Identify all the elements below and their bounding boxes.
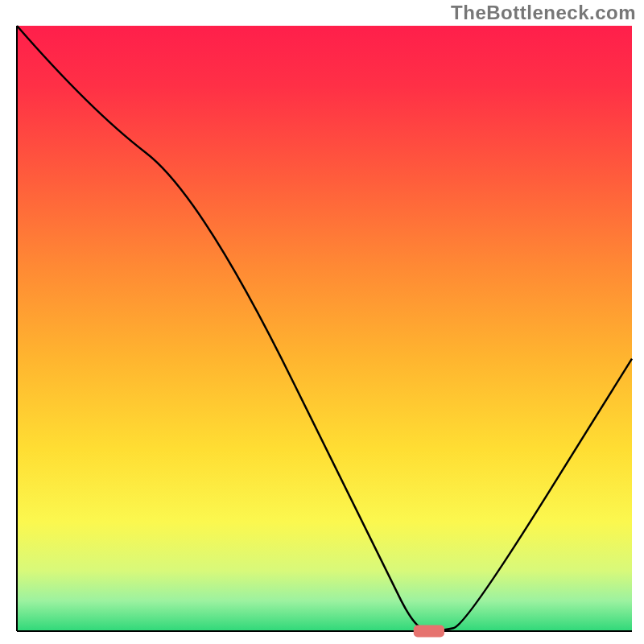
- chart-svg: [0, 0, 644, 644]
- chart-frame: TheBottleneck.com: [0, 0, 644, 644]
- gradient-background: [17, 26, 632, 631]
- optimal-marker: [414, 625, 444, 637]
